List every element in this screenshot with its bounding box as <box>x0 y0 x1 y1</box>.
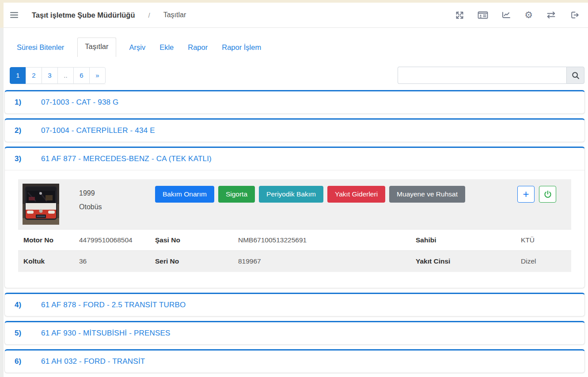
detail-label: Koltuk <box>23 257 79 265</box>
vehicle-title[interactable]: 07-1003 - CAT - 938 G <box>41 98 119 107</box>
header-icon-group: ⚙ <box>455 11 579 20</box>
vehicle-card-1: 1) 07-1003 - CAT - 938 G <box>4 90 585 114</box>
tab-suresi-bitenler[interactable]: Süresi Bitenler <box>10 39 71 57</box>
add-button[interactable]: + <box>517 186 535 203</box>
vehicle-number: 4) <box>15 301 41 309</box>
hamburger-menu-icon[interactable] <box>10 11 19 19</box>
vehicle-number: 5) <box>15 329 41 338</box>
fullscreen-icon[interactable] <box>455 11 464 20</box>
vehicle-details-table: Motor No 44799510068504 Şasi No NMB67100… <box>18 229 571 272</box>
vehicle-year: 1999 <box>79 186 155 200</box>
vehicle-card-header[interactable]: 1) 07-1003 - CAT - 938 G <box>5 91 584 113</box>
vehicle-summary-panel: 1999 Otobüs Bakım Onarım Sigorta Periyod… <box>18 179 571 229</box>
vehicle-card-4: 4) 61 AF 878 - FORD - 2.5 TRANSİT TURBO <box>4 293 585 317</box>
periyodik-bakim-button[interactable]: Periyodik Bakım <box>259 186 323 203</box>
vehicle-type: Otobüs <box>79 200 155 214</box>
tab-ekle[interactable]: Ekle <box>152 39 181 57</box>
vehicle-actions: Bakım Onarım Sigorta Periyodik Bakım Yak… <box>155 186 465 203</box>
left-gutter <box>0 28 4 377</box>
detail-value: 819967 <box>238 257 416 265</box>
detail-label: Şasi No <box>155 236 238 244</box>
list-toolbar: 1 2 3 .. 6 » <box>10 67 584 84</box>
tab-rapor-islem[interactable]: Rapor İşlem <box>215 39 268 57</box>
vehicle-title[interactable]: 61 AF 877 - MERCEDES-BENZ - CA (TEK KATL… <box>41 155 212 163</box>
vehicle-meta: 1999 Otobüs <box>79 186 155 214</box>
pagination: 1 2 3 .. 6 » <box>10 67 106 84</box>
vehicle-card-2: 2) 07-1004 - CATERPİLLER - 434 E <box>4 118 585 142</box>
bakim-onarim-button[interactable]: Bakım Onarım <box>155 186 214 203</box>
vehicle-detail-panel: 1999 Otobüs Bakım Onarım Sigorta Periyod… <box>5 170 584 288</box>
line-chart-icon[interactable] <box>501 11 511 19</box>
power-button[interactable] <box>539 186 556 203</box>
yakit-giderleri-button[interactable]: Yakıt Giderleri <box>327 186 385 203</box>
top-navbar: Taşıt işletme Şube Müdürlüğü / Taşıtlar … <box>4 3 588 28</box>
page-button-6[interactable]: 6 <box>73 67 90 84</box>
vehicle-number: 6) <box>15 357 41 366</box>
vehicle-card-header[interactable]: 2) 07-1004 - CATERPİLLER - 434 E <box>5 120 584 142</box>
vehicle-card-6: 6) 61 AH 032 - FORD - TRANSİT <box>4 349 585 373</box>
power-icon <box>543 190 552 199</box>
detail-label: Seri No <box>155 257 238 265</box>
detail-label: Yakıt Cinsi <box>416 257 521 265</box>
detail-label: Motor No <box>23 236 79 244</box>
tab-tasitlar[interactable]: Taşıtlar <box>77 38 116 57</box>
search-input[interactable] <box>398 67 566 84</box>
detail-value: 44799510068504 <box>79 236 155 244</box>
page-ellipsis[interactable]: .. <box>57 67 74 84</box>
vehicle-card-header[interactable]: 4) 61 AF 878 - FORD - 2.5 TRANSİT TURBO <box>5 294 584 316</box>
id-card-icon[interactable] <box>478 11 488 19</box>
vehicle-card-5: 5) 61 AF 930 - MİTSUBİSHİ - PRENSES <box>4 321 585 345</box>
vehicle-list: 1) 07-1003 - CAT - 938 G 2) 07-1004 - CA… <box>4 90 585 377</box>
vehicle-number: 1) <box>15 98 41 107</box>
vehicle-title[interactable]: 61 AF 930 - MİTSUBİSHİ - PRENSES <box>41 329 171 338</box>
detail-row: Motor No 44799510068504 Şasi No NMB67100… <box>18 230 571 251</box>
vehicle-card-3-expanded: 3) 61 AF 877 - MERCEDES-BENZ - CA (TEK K… <box>4 147 585 288</box>
left-accent-strip <box>0 3 4 28</box>
search-button[interactable] <box>566 67 584 84</box>
vehicle-card-header[interactable]: 3) 61 AF 877 - MERCEDES-BENZ - CA (TEK K… <box>5 148 584 170</box>
breadcrumb-current: Taşıtlar <box>163 11 186 19</box>
vehicle-number: 3) <box>15 155 41 163</box>
detail-label: Sahibi <box>416 236 521 244</box>
sigorta-button[interactable]: Sigorta <box>218 186 255 203</box>
detail-value: NMB67100513225691 <box>238 236 416 244</box>
breadcrumb-separator: / <box>148 11 150 19</box>
vehicle-card-header[interactable]: 6) 61 AH 032 - FORD - TRANSİT <box>5 351 584 373</box>
vehicle-title[interactable]: 61 AH 032 - FORD - TRANSİT <box>41 357 145 366</box>
page-button-3[interactable]: 3 <box>42 67 58 84</box>
detail-value: KTÜ <box>521 236 571 244</box>
vehicle-title[interactable]: 07-1004 - CATERPİLLER - 434 E <box>41 126 155 135</box>
page-button-2[interactable]: 2 <box>26 67 42 84</box>
tab-bar: Süresi Bitenler Taşıtlar Arşiv Ekle Rapo… <box>4 28 588 57</box>
tab-rapor[interactable]: Rapor <box>181 39 215 57</box>
vehicle-title[interactable]: 61 AF 878 - FORD - 2.5 TRANSİT TURBO <box>41 301 186 309</box>
page-button-1[interactable]: 1 <box>10 67 26 84</box>
search-icon <box>571 71 580 80</box>
gear-icon[interactable]: ⚙ <box>524 11 533 20</box>
vehicle-card-header[interactable]: 5) 61 AF 930 - MİTSUBİSHİ - PRENSES <box>5 322 584 344</box>
detail-value: 36 <box>79 257 155 265</box>
tab-arsiv[interactable]: Arşiv <box>122 39 153 57</box>
detail-row: Koltuk 36 Seri No 819967 Yakıt Cinsi Diz… <box>18 251 571 272</box>
vehicle-photo <box>23 184 59 225</box>
page-next-button[interactable]: » <box>89 67 106 84</box>
detail-value: Dizel <box>521 257 571 265</box>
search-bar <box>398 67 584 84</box>
muayene-ruhsat-button[interactable]: Muayene ve Ruhsat <box>389 186 465 203</box>
vehicle-number: 2) <box>15 126 41 135</box>
logout-icon[interactable] <box>569 11 579 19</box>
transfer-icon[interactable] <box>546 11 556 19</box>
vehicle-quick-buttons: + <box>517 186 567 203</box>
page-title: Taşıt işletme Şube Müdürlüğü <box>32 11 135 19</box>
